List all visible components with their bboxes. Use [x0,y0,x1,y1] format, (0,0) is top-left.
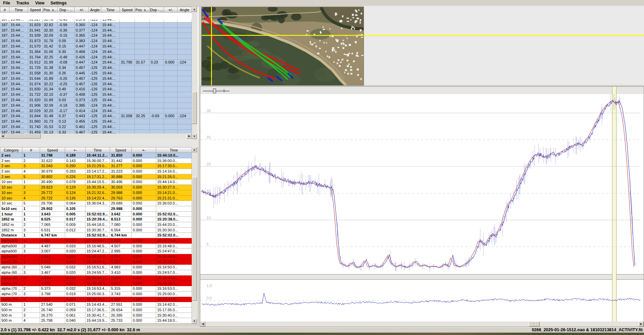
accuracy-chart[interactable]: 1.00.5 [200,280,644,321]
table-row[interactable]: 1852 m18.5250.01715:20:39.4...8.5130.000… [0,217,192,222]
table-row[interactable]: 187...15:44:...31.74331.530.220.461-1251… [0,124,192,130]
table-row[interactable]: 187...15:44:...31.97432.22-0.250.457-126… [0,82,192,87]
header-cell[interactable]: Pos. s... [135,7,150,13]
table-row[interactable]: 187...15:44:...31.91231.99-0.080.447-124… [0,60,192,65]
track-map[interactable] [201,7,364,86]
header-cell[interactable]: Time [101,7,120,13]
table-row[interactable]: 187...15:44:...31.76432.25-0.480.426-124… [0,55,192,60]
table-row[interactable]: 187...15:44:...31.90632.09-0.180.385-124… [0,103,192,108]
menu-item-view[interactable]: View [32,0,48,6]
scrollbar-thumb[interactable] [529,321,540,327]
scrollbar-thumb[interactable] [5,134,41,139]
table-row[interactable]: 2 sec231.6220.14315:36:00.7...31.4420.00… [0,158,192,164]
table-row[interactable]: alpha50014.9650.02115:43:24.7...4.8250.0… [0,238,192,244]
scrollbar-right-button[interactable]: ▶ [187,134,192,139]
chart-splitter[interactable] [200,274,644,280]
track-points-horizontal-scrollbar[interactable]: ◀▶ [0,134,192,139]
table-row[interactable]: 187...15:44:...31.86031.730.130.455-1251… [0,119,192,124]
header-cell[interactable]: Angle [89,7,101,13]
table-row[interactable]: alpha (70 ...16.0720.02115:43:28.4...6.0… [0,281,192,286]
table-row[interactable]: 1852 m27.0650.00915:44:18.0...7.0800.000… [0,222,192,228]
results-rows[interactable]: 2 sec131.7980.18915:44:11.2...31.8500.00… [0,153,192,324]
table-row[interactable]: 187...15:44:...31.55831.300.260.445-1251… [0,71,192,76]
table-row[interactable]: 2 sec131.7980.18915:44:11.2...31.8500.00… [0,153,192,158]
table-row[interactable]: 10 sec229.8230.12915:30:29.4...30.0030.0… [0,185,192,190]
table-row[interactable]: alpha50033.0070.02015:24:47.2...2.9950.0… [0,249,192,254]
table-row[interactable]: alpha (70 ...33.7980.01915:25:00.3...3.7… [0,292,192,297]
scrollbar-right-button[interactable]: ▶ [639,321,644,327]
track-points-table[interactable]: #TimeSpeedPos. s...Dop - ...+/-AngleTime… [0,7,199,139]
chart-horizontal-scrollbar[interactable]: ◀▶ [200,321,644,327]
header-cell[interactable]: Pos. s... [43,7,58,13]
header-cell[interactable]: +/- [164,7,178,13]
table-row[interactable]: alpha50042.8630.02415:20:45.2...2.7170.0… [0,254,192,260]
header-cell[interactable]: +/- [75,7,89,13]
table-row[interactable]: 500 m226.7400.05915:17:36.5...26.6540.00… [0,307,192,313]
table-row[interactable]: 1852 m36.5310.01215:30:30.7...6.5540.000… [0,228,192,233]
header-cell[interactable]: +- [65,147,86,153]
header-cell[interactable]: Category [0,147,22,153]
scrollbar-thumb[interactable] [192,92,197,124]
table-row[interactable]: 10 sec429.7220.13615:14:22.4...29.7630.0… [0,196,192,201]
table-row[interactable]: 187...15:44:...31.57031.420.150.447-1241… [0,44,192,49]
table-row[interactable]: 187...15:44:...31.72931.380.340.457-1251… [0,65,192,71]
results-vertical-scrollbar[interactable]: ▲▼ [192,147,198,324]
panel-splitter[interactable] [0,139,199,147]
table-row[interactable]: 187...15:44:...31.82932.82-0.990.360-124… [0,22,192,28]
header-cell[interactable]: Time [10,7,28,13]
scrollbar-down-button[interactable]: ▼ [192,134,197,139]
scrollbar-up-button[interactable]: ▲ [192,7,197,12]
table-row[interactable]: alpha (70 ...43.0110.02415:20:44.1...2.8… [0,297,192,302]
header-cell[interactable]: Speed [40,147,65,153]
table-row[interactable]: 2 sec530.8020.22615:17:31.2...30.8880.00… [0,174,192,180]
track-points-header[interactable]: #TimeSpeedPos. s...Dop - ...+/-AngleTime… [0,7,192,13]
table-row[interactable]: alpha (60 ...15.5710.02115:43:27.1...5.5… [0,260,192,265]
track-points-vertical-scrollbar[interactable]: ▲▼ [192,7,198,139]
table-row[interactable]: 187...15:44:...32.02932.20-0.170.414-124… [0,108,192,114]
header-cell[interactable]: Dop - ... [58,7,75,13]
results-header[interactable]: Category#Speed+-TimeSpeed+-Time [0,147,192,153]
scrollbar-up-button[interactable]: ▲ [192,147,197,152]
table-row[interactable]: 5x10 sec129.9020.10529.9880.000 [0,206,192,212]
table-row[interactable]: 187...15:44:...31.84431.480.370.443-1251… [0,113,192,119]
header-cell[interactable]: Speed [28,7,43,13]
table-row[interactable]: 187...15:44:...31.87331.780.090.383-1241… [0,38,192,44]
header-cell[interactable]: Dop - ... [150,7,164,13]
table-row[interactable]: 1 hour13.6430.00515:52:02.9...3.6420.000… [0,212,192,217]
header-cell[interactable]: Time [156,147,192,153]
scrollbar-left-button[interactable]: ◀ [0,134,5,139]
table-row[interactable]: 187...15:44:...31.32731.78-0.450.379-123… [0,19,192,22]
table-row[interactable]: 187...15:44:...31.92031.890.030.373-1251… [0,98,192,103]
table-row[interactable]: 187...15:44:...31.36431.060.300.468-1241… [0,49,192,55]
table-row[interactable]: 187...15:44:...31.94132.30-0.360.377-124… [0,28,192,33]
table-row[interactable]: 2 sec430.9790.28315:14:17.2...31.2230.00… [0,169,192,174]
zoom-slider[interactable] [203,88,230,93]
table-row[interactable]: 500 m326.2700.06115:30:41.7...26.3950.00… [0,313,192,318]
table-row[interactable]: 187...15:44:...31.83031.340.490.416-1261… [0,87,192,92]
header-cell[interactable]: +- [132,147,156,153]
table-row[interactable]: 2 sec331.0430.29015:21:29.0...31.2770.00… [0,163,192,169]
table-row[interactable]: alpha (60 ...33.4670.02015:24:55.7...3.4… [0,270,192,276]
table-row[interactable]: 187...15:44:...31.72232.10-0.370.408-125… [0,92,192,98]
table-row[interactable]: alpha (70 ...25.3730.03215:16:53.4...5.3… [0,286,192,292]
table-row[interactable]: 187...15:44:...31.93932.09-0.150.365-124… [0,33,192,38]
header-cell[interactable]: Speed [120,7,135,13]
menu-item-file[interactable]: File [0,0,13,6]
table-row[interactable]: 10 sec529.7060.06415:36:04.3...29.6890.0… [0,201,192,206]
header-cell[interactable]: Speed [110,147,132,153]
table-row[interactable]: 10 sec130.4900.07815:44:15.5...30.4960.0… [0,179,192,185]
table-row[interactable]: alpha (60 ...25.0460.03215:16:51.6...4.9… [0,265,192,270]
track-points-rows[interactable]: 187...15:44:...31.32731.78-0.450.379-123… [0,19,192,140]
table-row[interactable]: Distance16.747 km15:52:02.9...6.744 km15… [0,233,192,238]
main-speed-chart[interactable]: 51015202530 [200,94,644,274]
scrollbar-down-button[interactable]: ▼ [192,319,197,324]
scrollbar-left-button[interactable]: ◀ [200,321,205,327]
chart-panel[interactable]: 51015202530 1.00.5 ◀▶ [200,86,644,327]
table-row[interactable]: 500 m127.5400.07115:14:43.4...27.5510.00… [0,302,192,307]
scrollbar-thumb[interactable] [192,177,197,301]
table-row[interactable]: 500 m425.7980.04015:44:19.9...25.7330.00… [0,318,192,323]
header-cell[interactable]: Time [86,147,110,153]
header-cell[interactable]: Angle [178,7,192,13]
table-row[interactable]: 10 sec329.7720.12415:21:32.6...29.9880.0… [0,190,192,196]
table-row[interactable]: alpha (60 ...42.9300.02415:20:44.7...2.8… [0,276,192,281]
